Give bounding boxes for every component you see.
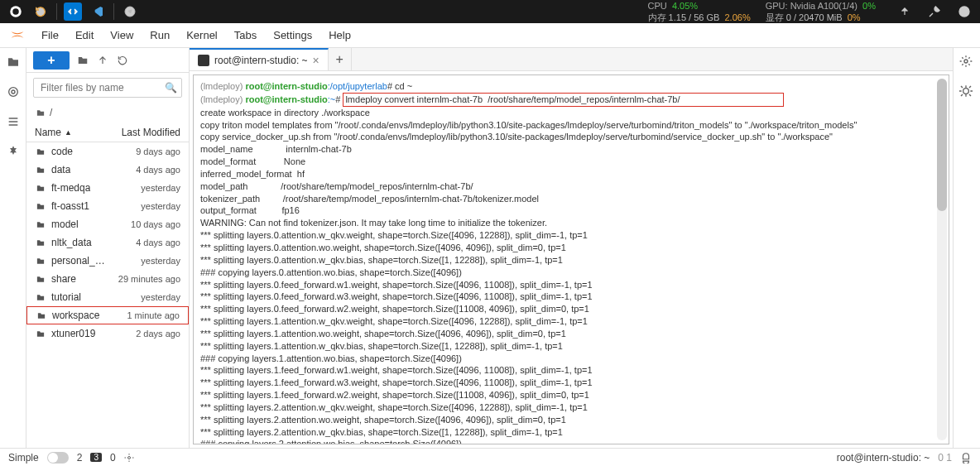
- file-name: ft-oasst1: [51, 200, 89, 212]
- upload-file-icon[interactable]: [96, 54, 109, 67]
- terminal-line: *** splitting layers.1.attention.wo.weig…: [200, 328, 940, 340]
- status-badge-b: 3: [90, 453, 102, 462]
- menu-tabs[interactable]: Tabs: [226, 29, 265, 41]
- file-row[interactable]: code9 days ago: [26, 142, 189, 161]
- file-list-header[interactable]: Name▲ Last Modified: [26, 123, 189, 142]
- new-folder-icon[interactable]: [76, 54, 89, 67]
- terminal-line: ### copying layers.1.attention.wo.bias, …: [200, 353, 940, 365]
- menu-settings[interactable]: Settings: [265, 29, 320, 41]
- terminal-line: inferred_model_format hf: [200, 168, 940, 180]
- file-modified: 1 minute ago: [127, 310, 180, 320]
- file-modified: 4 days ago: [136, 165, 180, 175]
- svg-point-8: [127, 456, 130, 459]
- file-row[interactable]: data4 days ago: [26, 161, 189, 179]
- file-name: model: [51, 219, 79, 230]
- svg-point-1: [12, 8, 19, 15]
- file-modified: 4 days ago: [136, 238, 180, 247]
- dashboard-icon[interactable]: [7, 2, 25, 21]
- gear-icon[interactable]: [959, 55, 974, 70]
- debug-icon[interactable]: [959, 84, 974, 99]
- terminal[interactable]: (lmdeploy) root@intern-studio:/opt/jupyt…: [193, 74, 949, 444]
- target-icon[interactable]: [6, 84, 21, 99]
- file-name: code: [51, 146, 73, 157]
- menu-help[interactable]: Help: [320, 29, 359, 41]
- terminal-line: ### copying layers.0.attention.wo.bias, …: [200, 267, 940, 279]
- terminal-line: model_path /root/share/temp/model_repos/…: [200, 180, 940, 193]
- file-row[interactable]: ft-oasst1yesterday: [26, 197, 189, 215]
- status-tail: 0 1: [938, 452, 952, 464]
- vscode-icon[interactable]: [89, 2, 107, 21]
- close-tab-icon[interactable]: ×: [313, 54, 319, 67]
- terminal-line: ### copying layers.2.attention.wo.bias, …: [200, 438, 940, 444]
- menu-kernel[interactable]: Kernel: [178, 29, 226, 41]
- file-modified: yesterday: [141, 292, 180, 302]
- tools-icon[interactable]: [925, 2, 944, 21]
- status-count-a: 2: [77, 452, 83, 464]
- simple-toggle[interactable]: [47, 452, 69, 464]
- list-icon[interactable]: [6, 114, 21, 129]
- extension-icon[interactable]: [6, 144, 21, 159]
- folder-icon: [35, 184, 46, 193]
- bell-icon[interactable]: [960, 452, 972, 464]
- file-browser: + 🔍 / Name▲ Last Modified code9 days ago…: [26, 48, 190, 448]
- folder-icon: [35, 257, 46, 266]
- filter-input[interactable]: [33, 78, 182, 98]
- file-row[interactable]: tutorialyesterday: [26, 288, 189, 306]
- terminal-line: *** splitting layers.0.feed_forward.w1.w…: [200, 279, 940, 291]
- folder-icon: [35, 166, 46, 175]
- terminal-line: create workspace in directory ./workspac…: [200, 107, 940, 119]
- file-row[interactable]: personal_…yesterday: [26, 252, 189, 270]
- gear-status-icon[interactable]: [124, 453, 134, 463]
- jupyter-logo-icon[interactable]: [8, 26, 28, 46]
- terminal-icon: [198, 55, 209, 66]
- terminal-line: *** splitting layers.1.attention.w_qkv.b…: [200, 340, 940, 353]
- svg-point-6: [964, 60, 968, 63]
- terminal-line: *** splitting layers.2.attention.wo.weig…: [200, 414, 940, 426]
- terminal-line: *** splitting layers.2.attention.w_qkv.b…: [200, 426, 940, 439]
- status-bar: Simple 2 3 0 root@intern-studio: ~ 0 1: [0, 448, 980, 466]
- menu-view[interactable]: View: [102, 29, 142, 41]
- search-icon: 🔍: [165, 82, 177, 94]
- menu-bar: File Edit View Run Kernel Tabs Settings …: [0, 23, 980, 48]
- svg-point-5: [12, 90, 15, 94]
- new-launcher-button[interactable]: +: [33, 51, 70, 70]
- menu-run[interactable]: Run: [142, 29, 178, 41]
- home-folder-icon: [35, 108, 46, 118]
- svg-point-4: [8, 88, 17, 97]
- terminal-line: *** splitting layers.1.feed_forward.w3.w…: [200, 377, 940, 389]
- file-name: xtuner019: [51, 328, 95, 339]
- file-row[interactable]: ft-medqayesterday: [26, 179, 189, 197]
- folder-icon[interactable]: [6, 55, 21, 70]
- file-row[interactable]: share29 minutes ago: [26, 270, 189, 288]
- folder-icon: [35, 329, 46, 339]
- scrollbar-thumb[interactable]: [937, 79, 947, 211]
- file-modified: 9 days ago: [136, 147, 180, 156]
- refresh-filebrowser-icon[interactable]: [116, 54, 129, 67]
- file-name: nltk_data: [51, 237, 92, 248]
- file-row[interactable]: model10 days ago: [26, 215, 189, 233]
- menu-edit[interactable]: Edit: [67, 29, 102, 41]
- upload-icon[interactable]: [896, 2, 914, 21]
- file-name: workspace: [52, 310, 99, 321]
- menu-file[interactable]: File: [33, 29, 67, 41]
- file-name: ft-medqa: [51, 182, 90, 194]
- terminal-line: model_format None: [200, 156, 940, 168]
- file-row[interactable]: nltk_data4 days ago: [26, 233, 189, 252]
- file-modified: 29 minutes ago: [118, 274, 180, 284]
- terminal-line: copy service_docker_up.sh from "/root/.c…: [200, 131, 940, 143]
- terminal-line: copy triton model templates from "/root/…: [200, 119, 940, 132]
- refresh-icon[interactable]: [31, 2, 50, 21]
- compass-icon[interactable]: [121, 2, 139, 21]
- folder-icon: [35, 238, 46, 247]
- breadcrumb[interactable]: /: [26, 103, 189, 123]
- add-tab-button[interactable]: +: [329, 48, 352, 70]
- tab-terminal[interactable]: root@intern-studio: ~ ×: [190, 48, 329, 70]
- file-row[interactable]: xtuner0192 days ago: [26, 324, 189, 343]
- info-icon[interactable]: [955, 2, 973, 21]
- code-icon[interactable]: [64, 2, 82, 21]
- terminal-line: *** splitting layers.1.attention.w_qkv.w…: [200, 315, 940, 328]
- terminal-line: *** splitting layers.1.feed_forward.w2.w…: [200, 389, 940, 401]
- file-row[interactable]: workspace1 minute ago: [26, 306, 189, 324]
- file-name: personal_…: [51, 255, 105, 267]
- terminal-line: model_name internlm-chat-7b: [200, 143, 940, 156]
